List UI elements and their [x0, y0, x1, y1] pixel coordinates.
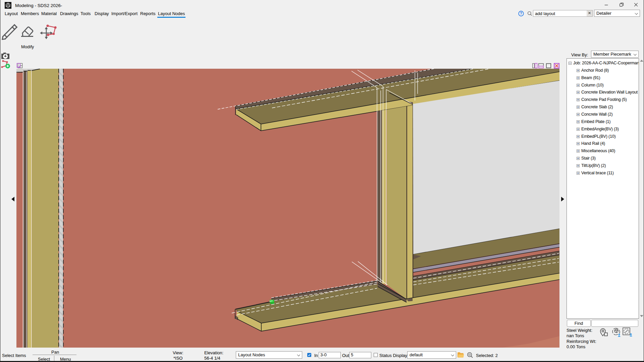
svg-text:?: ? [520, 11, 522, 15]
